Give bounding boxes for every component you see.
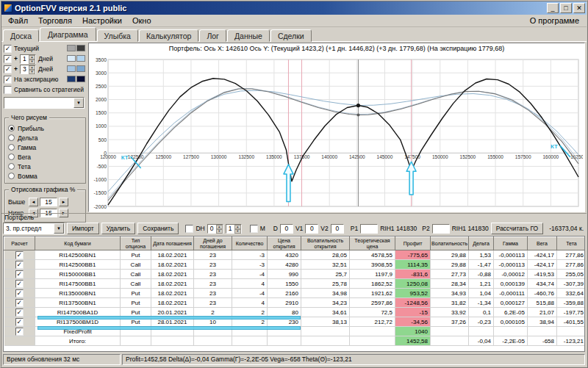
calc-checkbox[interactable]: ✓: [15, 289, 24, 297]
import-button[interactable]: Импорт: [67, 223, 99, 234]
chevron-down-icon[interactable]: ▼: [54, 223, 64, 234]
series-checkbox[interactable]: ✓: [4, 65, 12, 73]
cell: 2160: [268, 289, 301, 298]
column-header[interactable]: Теоретическая цена: [350, 237, 395, 250]
column-header[interactable]: Профит: [395, 237, 431, 250]
series-checkbox[interactable]: ✓: [4, 45, 12, 53]
position-row[interactable]: ✓RI142500BB1Call18.02.202123-3428032,513…: [4, 260, 586, 270]
column-header[interactable]: Гамма: [494, 237, 528, 250]
chevron-down-icon[interactable]: ▼: [74, 98, 84, 108]
position-row[interactable]: ✓RI150000BB1Call18.02.202123-499025,7119…: [4, 270, 586, 279]
days-spinner[interactable]: 3▲▼: [20, 65, 36, 74]
m-checkbox[interactable]: [250, 225, 258, 233]
menu-settings[interactable]: Настройки: [77, 15, 127, 26]
tab-dannye[interactable]: Данные: [227, 29, 270, 42]
tab-log[interactable]: Лог: [199, 29, 226, 42]
column-header[interactable]: Количество: [232, 237, 268, 250]
d-input[interactable]: 0: [280, 224, 293, 234]
days-spinner[interactable]: 1▲▼: [20, 54, 36, 64]
above-increase-button[interactable]: ►: [59, 198, 68, 206]
column-header[interactable]: Тип опциона: [121, 237, 151, 250]
dh-checkbox[interactable]: [185, 225, 193, 233]
draw-option[interactable]: Дельта: [8, 133, 82, 142]
strategy-select[interactable]: 3. пр.стредл ▼: [3, 223, 65, 234]
radio-icon[interactable]: [8, 125, 15, 131]
spinner-arrows-icon[interactable]: ▲▼: [234, 225, 241, 233]
delete-button[interactable]: Удалить: [101, 223, 135, 234]
cell: [528, 327, 557, 336]
calc-checkbox[interactable]: ✓: [15, 299, 24, 307]
column-header[interactable]: Расчет: [4, 237, 35, 250]
tab-kalkulyator[interactable]: Калькулятор: [139, 29, 198, 42]
cell: 1550: [268, 279, 301, 289]
v2-label: V2: [320, 225, 328, 232]
column-header[interactable]: Дней до погашения: [194, 237, 232, 250]
menu-window[interactable]: Окно: [127, 15, 157, 26]
radio-icon[interactable]: [8, 154, 15, 160]
calc-checkbox[interactable]: ✓: [15, 261, 24, 269]
calc-go-button[interactable]: Рассчитать ГО: [491, 223, 543, 234]
above-decrease-button[interactable]: ◄: [29, 198, 38, 206]
menu-about[interactable]: О программе: [524, 15, 585, 26]
column-header[interactable]: Вега: [528, 237, 557, 250]
position-row[interactable]: ✓RI142500BN1Put18.02.202123-3432028,0545…: [4, 250, 586, 260]
tab-sdelki[interactable]: Сделки: [270, 29, 312, 42]
calc-checkbox[interactable]: ✓: [15, 251, 24, 259]
column-header[interactable]: Волатильность открытия: [301, 237, 350, 250]
series-checkbox[interactable]: ✓: [4, 76, 12, 84]
column-header[interactable]: Цена открытия: [268, 237, 301, 250]
spinner-arrows-icon[interactable]: ▲▼: [29, 65, 35, 73]
calc-checkbox[interactable]: ✓: [15, 309, 24, 317]
v2-input[interactable]: 0: [331, 224, 344, 234]
position-row[interactable]: Итого:1452,58-0,04-2,2E-05-658-123,21: [4, 336, 586, 346]
dh-spinner-2[interactable]: 1 ▲▼: [226, 224, 242, 234]
spinner-arrows-icon[interactable]: ▲▼: [216, 225, 223, 233]
maximize-button[interactable]: □: [560, 3, 572, 13]
close-button[interactable]: ✕: [573, 3, 585, 13]
dh-spinner-1[interactable]: 0 ▲▼: [207, 224, 223, 234]
tab-doska[interactable]: Доска: [3, 29, 39, 42]
series-checkbox[interactable]: [4, 86, 12, 94]
column-header[interactable]: Тета: [557, 237, 586, 250]
draw-option[interactable]: Прибыль: [8, 123, 82, 133]
above-value[interactable]: 15: [40, 198, 57, 206]
tab-diagramma[interactable]: Диаграмма: [40, 27, 96, 41]
menu-trade[interactable]: Торговля: [33, 15, 77, 26]
cell: 72,5: [350, 308, 395, 317]
draw-option[interactable]: Вомма: [8, 171, 82, 181]
p2-input[interactable]: [432, 224, 450, 234]
position-row[interactable]: ✓RI135000BN1Put18.02.202123-4216034,9819…: [4, 289, 586, 298]
compare-strategy-select[interactable]: ▼: [4, 97, 85, 109]
spinner-arrows-icon[interactable]: ▲▼: [29, 55, 35, 63]
cell: 6,2E-05: [494, 308, 528, 317]
menu-file[interactable]: Файл: [3, 15, 33, 26]
v1-input[interactable]: 0: [305, 224, 318, 234]
column-header[interactable]: Дельта: [469, 237, 494, 250]
p1-input[interactable]: [360, 224, 378, 234]
draw-option-label: Дельта: [18, 134, 37, 142]
position-row[interactable]: ✓RI147500BB1Call18.02.2021234155025,7818…: [4, 279, 586, 289]
cell: [350, 327, 395, 336]
radio-icon[interactable]: [8, 173, 15, 179]
svg-text:2500: 2500: [96, 84, 107, 89]
cell: 29,88: [431, 260, 469, 270]
series-checkbox[interactable]: ✓: [4, 55, 12, 63]
column-header[interactable]: Волатильность: [431, 237, 469, 250]
tab-ulybka[interactable]: Улыбка: [97, 29, 138, 42]
draw-option[interactable]: Вега: [8, 152, 82, 162]
radio-icon[interactable]: [8, 163, 15, 170]
radio-icon[interactable]: [8, 134, 15, 141]
draw-option[interactable]: Тета: [8, 162, 82, 171]
position-row[interactable]: ✓RI137500BN1Put18.02.2021234291034,23259…: [4, 298, 586, 308]
calc-checkbox[interactable]: ✓: [15, 270, 24, 278]
calc-checkbox[interactable]: ✓: [15, 280, 24, 288]
column-header[interactable]: Код бумаги: [35, 237, 121, 250]
calc-checkbox[interactable]: ✓: [15, 328, 24, 336]
minimize-button[interactable]: _: [547, 3, 559, 13]
radio-icon[interactable]: [8, 144, 15, 151]
profit-chart[interactable]: 3500300025002000150010005000-500-1000-15…: [89, 54, 583, 212]
column-header[interactable]: Дата погашения: [151, 237, 194, 250]
calc-checkbox[interactable]: ✓: [15, 318, 24, 326]
save-button[interactable]: Сохранить: [137, 223, 179, 234]
draw-option[interactable]: Гамма: [8, 142, 82, 152]
